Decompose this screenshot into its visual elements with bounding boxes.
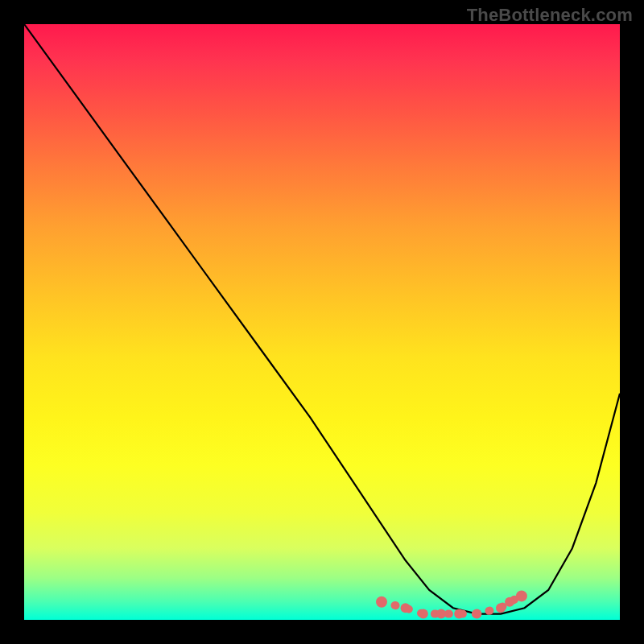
highlight-dot <box>376 597 387 608</box>
plot-area <box>24 24 620 620</box>
highlight-dot <box>401 603 411 613</box>
highlight-dot <box>516 590 527 601</box>
bottleneck-curve <box>24 24 620 614</box>
highlight-dot <box>419 609 428 619</box>
highlight-dot <box>496 603 506 613</box>
highlight-dot <box>472 609 481 619</box>
highlight-dot <box>436 609 446 619</box>
highlight-dot <box>505 597 514 607</box>
watermark-text: TheBottleneck.com <box>467 5 633 26</box>
highlight-dot <box>454 609 464 619</box>
curve-layer <box>24 24 620 620</box>
highlight-dots <box>376 590 527 618</box>
chart-frame: TheBottleneck.com <box>0 0 644 644</box>
